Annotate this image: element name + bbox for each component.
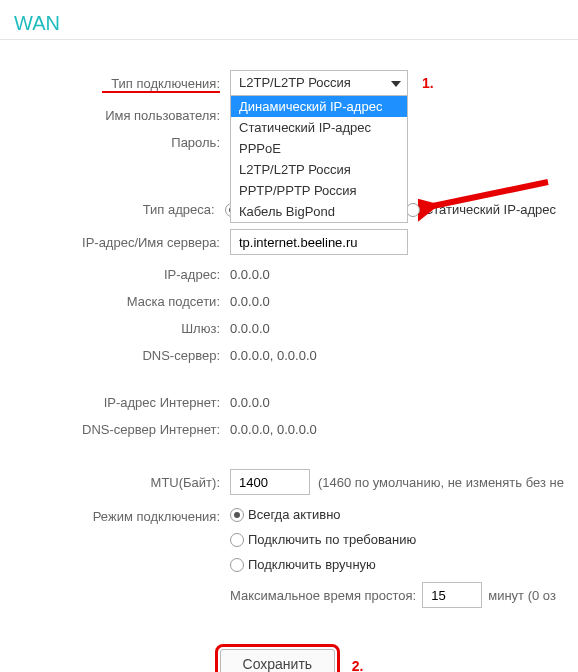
idle-suffix: минут (0 оз (488, 588, 556, 603)
dns-inet-label: DNS-сервер Интернет: (10, 422, 230, 437)
option-pptp[interactable]: PPTP/PPTP Россия (231, 180, 407, 201)
connection-type-select[interactable]: L2TP/L2TP Россия Динамический IP-адрес С… (230, 70, 408, 96)
option-static-ip[interactable]: Статический IP-адрес (231, 117, 407, 138)
divider (0, 39, 578, 40)
gateway-value: 0.0.0.0 (230, 321, 568, 336)
mtu-input[interactable] (230, 469, 310, 495)
mtu-helper: (1460 по умолчанию, не изменять без не (318, 475, 564, 490)
dns-row: DNS-сервер: 0.0.0.0, 0.0.0.0 (10, 348, 568, 363)
connection-type-label: Тип подключения: (10, 76, 230, 91)
annotation-step-2: 2. (352, 658, 364, 672)
gateway-row: Шлюз: 0.0.0.0 (10, 321, 568, 336)
page-title: WAN (0, 0, 578, 39)
dns-inet-row: DNS-сервер Интернет: 0.0.0.0, 0.0.0.0 (10, 422, 568, 437)
server-label: IP-адрес/Имя сервера: (10, 235, 230, 250)
radio-static-ip[interactable]: Статический IP-адрес (406, 202, 556, 217)
radio-mode-always-label: Всегда активно (248, 507, 341, 522)
annotation-step-1: 1. (422, 75, 434, 91)
password-label: Пароль: (10, 135, 230, 150)
dns-inet-value: 0.0.0.0, 0.0.0.0 (230, 422, 568, 437)
username-label: Имя пользователя: (10, 108, 230, 123)
server-input[interactable] (230, 229, 408, 255)
server-row: IP-адрес/Имя сервера: (10, 229, 568, 255)
radio-static-ip-label: Статический IP-адрес (424, 202, 556, 217)
mask-value: 0.0.0.0 (230, 294, 568, 309)
mode-row: Режим подключения: Всегда активно Подклю… (10, 507, 568, 608)
connection-type-dropdown: Динамический IP-адрес Статический IP-адр… (230, 95, 408, 223)
idle-input[interactable] (422, 582, 482, 608)
option-dynamic-ip[interactable]: Динамический IP-адрес (231, 96, 407, 117)
connection-type-selected[interactable]: L2TP/L2TP Россия (230, 70, 408, 96)
mtu-label: MTU(Байт): (10, 475, 230, 490)
mode-label: Режим подключения: (10, 507, 230, 524)
mask-row: Маска подсети: 0.0.0.0 (10, 294, 568, 309)
mask-label: Маска подсети: (10, 294, 230, 309)
save-button[interactable]: Сохранить (220, 649, 336, 672)
gateway-label: Шлюз: (10, 321, 230, 336)
idle-label: Максимальное время простоя: (230, 588, 416, 603)
radio-mode-ondemand-label: Подключить по требованию (248, 532, 416, 547)
ip-label: IP-адрес: (10, 267, 230, 282)
dns-label: DNS-сервер: (10, 348, 230, 363)
radio-icon (230, 508, 244, 522)
ip-value: 0.0.0.0 (230, 267, 568, 282)
radio-icon (406, 203, 420, 217)
radio-mode-manual-label: Подключить вручную (248, 557, 376, 572)
wan-form: Тип подключения: L2TP/L2TP Россия Динами… (0, 70, 578, 608)
ip-inet-value: 0.0.0.0 (230, 395, 568, 410)
ip-inet-row: IP-адрес Интернет: 0.0.0.0 (10, 395, 568, 410)
connection-type-row: Тип подключения: L2TP/L2TP Россия Динами… (10, 70, 568, 96)
ip-row: IP-адрес: 0.0.0.0 (10, 267, 568, 282)
option-bigpond[interactable]: Кабель BigPond (231, 201, 407, 222)
option-pppoe[interactable]: PPPoE (231, 138, 407, 159)
dns-value: 0.0.0.0, 0.0.0.0 (230, 348, 568, 363)
radio-mode-ondemand[interactable]: Подключить по требованию (230, 532, 416, 547)
radio-mode-always[interactable]: Всегда активно (230, 507, 341, 522)
annotation-outline: Сохранить (215, 644, 341, 672)
radio-icon (230, 533, 244, 547)
option-l2tp[interactable]: L2TP/L2TP Россия (231, 159, 407, 180)
radio-mode-manual[interactable]: Подключить вручную (230, 557, 376, 572)
radio-icon (230, 558, 244, 572)
footer: Сохранить 2. (0, 620, 578, 672)
mtu-row: MTU(Байт): (1460 по умолчанию, не изменя… (10, 469, 568, 495)
address-type-label: Тип адреса: (10, 202, 225, 217)
idle-row: Максимальное время простоя: минут (0 оз (230, 582, 556, 608)
ip-inet-label: IP-адрес Интернет: (10, 395, 230, 410)
